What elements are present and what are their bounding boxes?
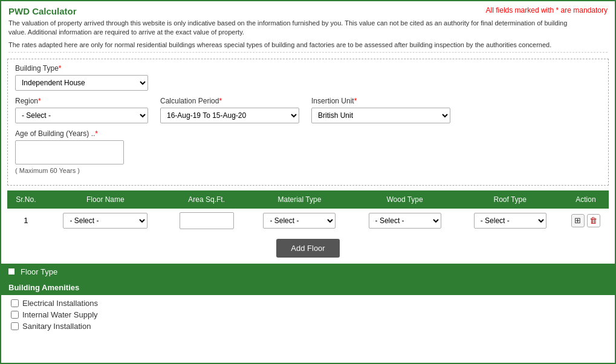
building-type-select[interactable]: Independent House Apartment Villa Commer… [15, 75, 148, 91]
age-row: Age of Building (Years) ..* ( Maximum 60… [15, 129, 601, 174]
row-sr: 1 [7, 209, 45, 233]
floor-table: Sr.No. Floor Name Area Sq.Ft. Material T… [7, 190, 609, 233]
col-material: Material Type [247, 190, 352, 209]
insertion-unit-select[interactable]: British Unit Metric Unit [311, 108, 450, 123]
disclaimer-line2: value. Additional information are requir… [8, 28, 244, 36]
col-area: Area Sq.Ft. [166, 190, 247, 209]
water-label: Internal Water Supply [22, 310, 98, 319]
amenity-electrical: Electrical Installations [11, 299, 605, 308]
electrical-checkbox[interactable] [11, 299, 19, 307]
col-roof: Roof Type [458, 190, 563, 209]
electrical-label: Electrical Installations [22, 299, 98, 308]
app-title: PWD Calculator [8, 6, 77, 16]
disclaimer: The valuation of property arrived throug… [8, 19, 608, 37]
col-action: Action [563, 190, 609, 209]
add-floor-button[interactable]: Add Floor [276, 239, 339, 258]
area-input[interactable] [180, 212, 234, 229]
region-select[interactable]: - Select - [15, 108, 148, 123]
mandatory-note: All fields marked with * are mandatory [486, 6, 608, 15]
material-type-select[interactable]: - Select - [263, 213, 336, 229]
table-row: 1 - Select - - Select - [7, 209, 609, 233]
floor-type-icon [8, 268, 15, 275]
col-wood: Wood Type [352, 190, 458, 209]
col-floor-name: Floor Name [45, 190, 166, 209]
add-row-icon[interactable]: ⊞ [571, 214, 585, 227]
calc-period-label: Calculation Period* [160, 97, 299, 105]
water-checkbox[interactable] [11, 311, 19, 319]
sanitary-label: Sanitary Installation [22, 322, 91, 331]
row-area-cell [166, 209, 247, 233]
form-section: Building Type* Independent House Apartme… [7, 59, 609, 186]
row-material-cell: - Select - [247, 209, 352, 233]
rates-note: The rates adapted here are only for norm… [8, 41, 608, 53]
calc-period-select[interactable]: 16-Aug-19 To 15-Aug-20 [160, 108, 299, 123]
row-action-cell: ⊞ 🗑 [563, 209, 609, 233]
insertion-unit-label: Insertion Unit* [311, 97, 450, 105]
insertion-unit-group: Insertion Unit* British Unit Metric Unit [311, 97, 450, 123]
row-wood-cell: - Select - [352, 209, 458, 233]
roof-type-select[interactable]: - Select - [474, 213, 546, 229]
floor-type-label: Floor Type [21, 267, 57, 276]
building-type-row: Building Type* Independent House Apartme… [15, 64, 601, 91]
region-group: Region* - Select - [15, 97, 148, 123]
calc-period-group: Calculation Period* 16-Aug-19 To 15-Aug-… [160, 97, 299, 123]
row-roof-cell: - Select - [458, 209, 563, 233]
region-period-unit-row: Region* - Select - Calculation Period* 1… [15, 97, 601, 123]
age-input[interactable] [15, 140, 124, 164]
amenities-list: Electrical Installations Internal Water … [1, 295, 615, 337]
amenity-sanitary: Sanitary Installation [11, 322, 605, 331]
floor-name-select[interactable]: - Select - [63, 213, 148, 229]
region-label: Region* [15, 97, 148, 105]
row-floor-name-cell: - Select - [45, 209, 166, 233]
wood-type-select[interactable]: - Select - [369, 213, 441, 229]
table-section: Sr.No. Floor Name Area Sq.Ft. Material T… [1, 190, 615, 258]
table-header-row: Sr.No. Floor Name Area Sq.Ft. Material T… [7, 190, 609, 209]
delete-row-icon[interactable]: 🗑 [587, 214, 600, 227]
amenities-header: Building Amenities [1, 280, 615, 295]
floor-type-section: Floor Type [1, 264, 615, 280]
sanitary-checkbox[interactable] [11, 322, 19, 330]
building-type-label: Building Type* [15, 64, 148, 73]
header-bar: PWD Calculator All fields marked with * … [1, 1, 615, 55]
disclaimer-line1: The valuation of property arrived throug… [8, 19, 567, 27]
col-sr: Sr.No. [7, 190, 45, 209]
age-label: Age of Building (Years) ..* [15, 129, 124, 138]
age-note: ( Maximum 60 Years ) [15, 167, 124, 174]
amenity-water: Internal Water Supply [11, 310, 605, 319]
building-type-group: Building Type* Independent House Apartme… [15, 64, 148, 91]
main-container: PWD Calculator All fields marked with * … [0, 0, 616, 364]
action-icons: ⊞ 🗑 [565, 214, 606, 227]
age-group: Age of Building (Years) ..* ( Maximum 60… [15, 129, 124, 174]
